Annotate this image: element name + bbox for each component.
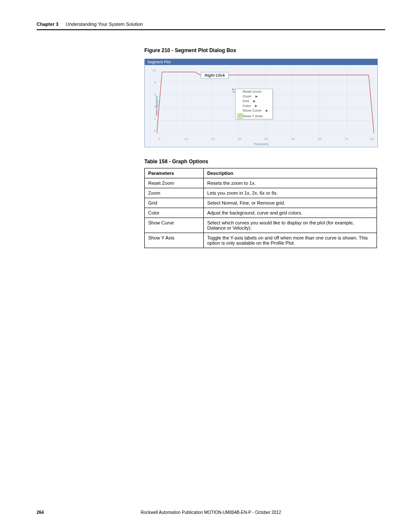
menu-grid[interactable]: Grid ▶	[236, 99, 272, 103]
menu-show-curve[interactable]: Show Curve ▶	[236, 108, 272, 113]
menu-color[interactable]: Color ▶	[236, 103, 272, 108]
graph-options-table: Parameters Description Reset Zoom Resets…	[144, 168, 377, 248]
menu-label: Zoom	[243, 94, 251, 98]
right-click-callout: Right Click	[201, 72, 229, 79]
menu-zoom[interactable]: Zoom ▶	[236, 94, 272, 99]
x-tick: 70	[345, 137, 349, 141]
menu-label: Show Y Axes	[243, 114, 263, 118]
param-cell: Show Y Axis	[145, 233, 204, 248]
x-tick: 50	[291, 137, 295, 141]
chapter-title: Understanding Your System Solution	[66, 22, 143, 27]
publication-info: Rockwell Automation Publication MOTION-U…	[37, 510, 385, 515]
table-row: Zoom Lets you zoom in 1x, 2x, 6x or 8x.	[145, 188, 377, 198]
param-cell: Zoom	[145, 188, 204, 198]
table-row: Grid Select Normal, Fine, or Remove grid…	[145, 198, 377, 208]
dialog-title: Segment Plot	[145, 59, 377, 65]
y-tick: 0	[151, 129, 156, 133]
x-tick: 60	[318, 137, 322, 141]
page-footer: 264 Rockwell Automation Publication MOTI…	[37, 510, 385, 515]
desc-cell: Lets you zoom in 1x, 2x, 6x or 8x.	[204, 188, 377, 198]
table-row: Show Y Axis Toggle the Y-axis labels on …	[145, 233, 377, 248]
table-row: Show Curve Select which curves you would…	[145, 218, 377, 233]
chart-area[interactable]: Velocity(rpm) 10 8 6 4 2 0 0 10 20 30 40…	[145, 65, 377, 147]
page: Chapter 3 Understanding Your System Solu…	[0, 0, 411, 532]
x-tick: 20	[211, 137, 215, 141]
y-tick: 2	[151, 117, 156, 121]
chapter-label: Chapter 3	[37, 22, 59, 27]
menu-label: Reset Zoom	[243, 90, 262, 93]
submenu-arrow-icon: ▶	[253, 100, 255, 103]
context-menu: Reset Zoom Zoom ▶ Grid ▶ Color	[235, 89, 273, 119]
x-tick: 0	[159, 137, 160, 141]
content: Figure 210 - Segment Plot Dialog Box Seg…	[144, 47, 385, 248]
desc-cell: Resets the zoom to 1x.	[204, 178, 377, 188]
checkbox-checked-icon: ✓	[237, 113, 243, 118]
desc-cell: Toggle the Y-axis labels on and off when…	[204, 233, 377, 248]
param-cell: Grid	[145, 198, 204, 208]
desc-cell: Select which curves you would like to di…	[204, 218, 377, 233]
x-tick: 80	[371, 137, 374, 141]
table-header-row: Parameters Description	[145, 168, 377, 178]
y-tick: 8	[151, 81, 156, 84]
menu-reset-zoom[interactable]: Reset Zoom	[236, 89, 272, 94]
menu-label: Grid	[243, 99, 249, 103]
col-parameters: Parameters	[145, 168, 204, 178]
header-rule	[37, 29, 385, 30]
col-description: Description	[204, 168, 377, 178]
param-cell: Show Curve	[145, 218, 204, 233]
y-tick: 10	[151, 68, 156, 72]
submenu-arrow-icon: ▶	[255, 104, 257, 108]
menu-label: Color	[243, 104, 251, 108]
submenu-arrow-icon: ▶	[255, 95, 258, 98]
table-row: Color Adjust the background, curve and g…	[145, 208, 377, 218]
submenu-arrow-icon: ▶	[266, 109, 268, 112]
desc-cell: Adjust the background, curve and grid co…	[204, 208, 377, 218]
page-header: Chapter 3 Understanding Your System Solu…	[37, 22, 385, 27]
table-row: Reset Zoom Resets the zoom to 1x.	[145, 178, 377, 188]
x-axis-label: Time(sec)	[253, 142, 268, 146]
page-number: 264	[37, 510, 44, 515]
desc-cell: Select Normal, Fine, or Remove grid.	[204, 198, 377, 208]
menu-label: Show Curve	[243, 109, 262, 112]
x-tick: 40	[265, 137, 268, 141]
param-cell: Reset Zoom	[145, 178, 204, 188]
param-cell: Color	[145, 208, 204, 218]
y-tick: 4	[151, 105, 156, 109]
x-tick: 10	[184, 137, 188, 141]
table-caption: Table 158 - Graph Options	[144, 159, 385, 165]
figure-caption: Figure 210 - Segment Plot Dialog Box	[144, 47, 385, 53]
y-tick: 6	[151, 93, 156, 96]
segment-plot-dialog: Segment Plot Velocity(rpm) 10 8 6 4 2 0 …	[144, 59, 378, 147]
menu-show-y-axes[interactable]: ✓ Show Y Axes	[236, 113, 272, 119]
x-tick: 30	[238, 137, 242, 141]
